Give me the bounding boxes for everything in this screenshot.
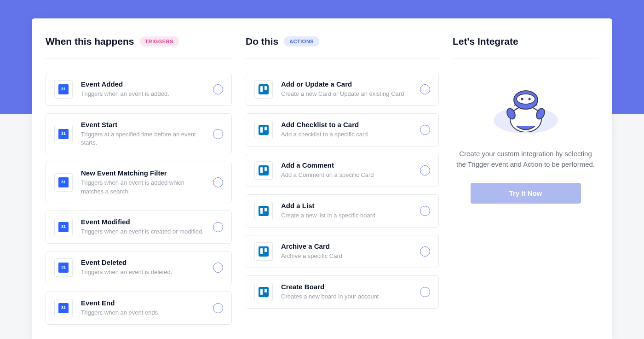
radio-select[interactable] (213, 177, 223, 187)
calendar-icon (54, 218, 73, 236)
main-card: When this happens TRIGGERS Event Added T… (32, 18, 612, 339)
triggers-header: When this happens TRIGGERS (46, 32, 232, 59)
integrate-header: Let's Integrate (453, 32, 598, 59)
trigger-item[interactable]: Event End Triggers when an event ends. (46, 292, 232, 325)
action-item[interactable]: Add a List Create a new list in a specif… (246, 194, 439, 228)
radio-select[interactable] (213, 84, 223, 94)
radio-select[interactable] (420, 165, 430, 175)
action-item[interactable]: Create Board Creates a new board in your… (246, 275, 439, 309)
robot-icon (500, 78, 551, 132)
trello-icon (254, 80, 273, 99)
trigger-item[interactable]: Event Modified Triggers when an event is… (46, 210, 232, 244)
actions-badge: ACTIONS (284, 36, 319, 47)
svg-point-4 (528, 98, 530, 100)
trigger-desc: Triggers when an event is created or mod… (81, 228, 205, 236)
integrate-desc: Create your custom integration by select… (453, 148, 598, 170)
radio-select[interactable] (213, 222, 223, 232)
trello-icon (254, 121, 273, 139)
radio-select[interactable] (213, 263, 223, 273)
actions-column: Do this ACTIONS Add or Update a Card Cre… (239, 32, 446, 332)
trello-icon (254, 161, 273, 180)
action-title: Add a List (281, 202, 412, 210)
action-desc: Add a checklist to a specific card (281, 130, 412, 139)
trigger-item[interactable]: Event Deleted Triggers when an event is … (46, 251, 232, 284)
action-title: Add Checklist to a Card (281, 121, 412, 129)
radio-select[interactable] (420, 125, 430, 135)
action-title: Add or Update a Card (281, 80, 412, 88)
trello-icon (254, 242, 273, 261)
action-desc: Archive a specific Card (281, 252, 412, 260)
triggers-badge: TRIGGERS (140, 36, 179, 47)
calendar-icon (54, 173, 73, 192)
trigger-desc: Triggers at a specified time before an e… (81, 130, 205, 147)
action-title: Add a Comment (281, 161, 412, 169)
action-item[interactable]: Add a Comment Add a Comment on a specifi… (246, 154, 439, 187)
trigger-title: Event Modified (81, 218, 205, 226)
calendar-icon (54, 299, 73, 317)
action-title: Create Board (281, 283, 412, 291)
trigger-desc: Triggers when an event is added. (81, 90, 205, 98)
trello-icon (254, 283, 273, 301)
triggers-column: When this happens TRIGGERS Event Added T… (32, 32, 239, 332)
trigger-title: Event Deleted (81, 258, 205, 266)
actions-heading: Do this (246, 36, 278, 47)
trigger-item[interactable]: New Event Matching Filter Triggers when … (46, 162, 232, 203)
trigger-title: Event End (81, 299, 205, 307)
trigger-desc: Triggers when an event ends. (81, 309, 205, 317)
action-title: Archive a Card (281, 242, 412, 250)
trigger-desc: Triggers when an event is added which ma… (81, 179, 205, 195)
svg-point-2 (517, 94, 535, 104)
svg-point-3 (521, 98, 523, 100)
radio-select[interactable] (420, 206, 430, 216)
radio-select[interactable] (420, 287, 430, 297)
radio-select[interactable] (213, 129, 223, 139)
trigger-title: New Event Matching Filter (81, 169, 205, 177)
action-item[interactable]: Archive a Card Archive a specific Card (246, 235, 439, 268)
radio-select[interactable] (213, 303, 223, 313)
trigger-desc: Triggers when an event is deleted. (81, 268, 205, 276)
integrate-heading: Let's Integrate (453, 36, 518, 47)
trigger-title: Event Added (81, 80, 205, 88)
integrate-column: Let's Integrate (446, 32, 612, 332)
robot-illustration (453, 73, 598, 137)
action-desc: Create a new list in a specific board (281, 211, 412, 220)
radio-select[interactable] (420, 84, 430, 94)
trello-icon (254, 202, 273, 220)
action-item[interactable]: Add Checklist to a Card Add a checklist … (246, 113, 439, 146)
triggers-heading: When this happens (46, 36, 134, 47)
action-desc: Creates a new board in your account (281, 292, 412, 301)
action-desc: Create a new Card or Update an existing … (281, 90, 412, 98)
calendar-icon (54, 125, 73, 143)
trigger-title: Event Start (81, 121, 205, 129)
calendar-icon (54, 258, 73, 277)
radio-select[interactable] (420, 246, 430, 257)
action-desc: Add a Comment on a specific Card (281, 171, 412, 179)
try-it-now-button[interactable]: Try It Now (471, 183, 581, 204)
action-item[interactable]: Add or Update a Card Create a new Card o… (246, 73, 439, 106)
trigger-item[interactable]: Event Added Triggers when an event is ad… (46, 73, 232, 106)
trigger-item[interactable]: Event Start Triggers at a specified time… (46, 113, 232, 154)
actions-header: Do this ACTIONS (246, 32, 439, 59)
calendar-icon (54, 80, 73, 99)
